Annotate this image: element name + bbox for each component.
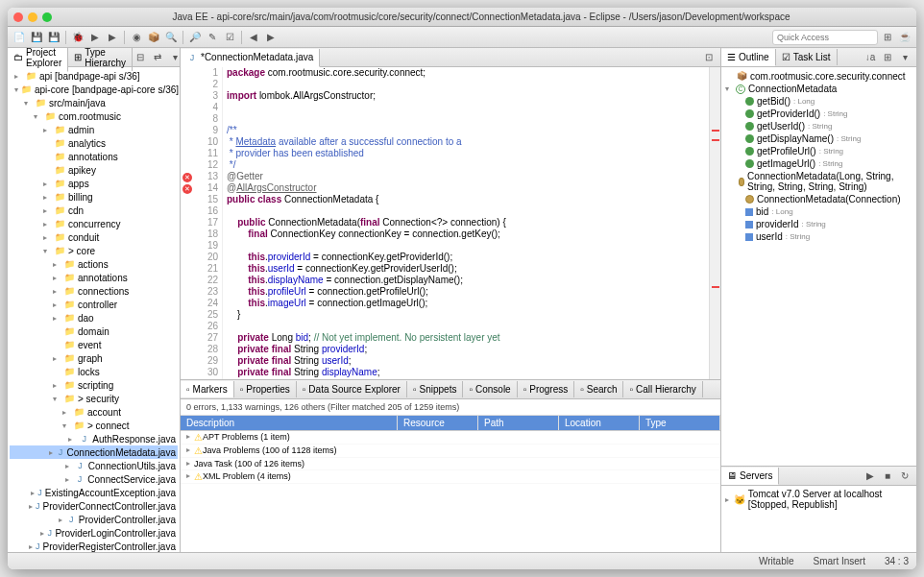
outline-item[interactable]: getBid(): Long xyxy=(723,95,914,108)
tree-item[interactable]: ▸JExistingAccountException.java xyxy=(10,486,178,499)
btab[interactable]: ▫Snippets xyxy=(407,381,463,397)
tree-item[interactable]: 📁locks xyxy=(10,365,178,378)
tree-item[interactable]: ▸📁conduit xyxy=(10,230,178,244)
close-button[interactable] xyxy=(13,12,23,22)
tree-item[interactable]: 📁analytics xyxy=(10,136,178,150)
tree-item[interactable]: ▸📁dao xyxy=(10,311,178,325)
tree-item[interactable]: ▾📁com.rootmusic xyxy=(10,109,178,123)
save-all-icon[interactable]: 💾 xyxy=(46,30,61,45)
tree-item[interactable]: ▾📁> core xyxy=(10,244,178,257)
tree-item[interactable]: ▸JConnectionMetadata.java xyxy=(10,445,178,459)
javaee-perspective-icon[interactable]: ☕ xyxy=(897,30,912,45)
back-icon[interactable]: ◀ xyxy=(246,30,261,45)
tree-item[interactable]: ▸📁annotations xyxy=(10,271,178,284)
task-icon[interactable]: ☑ xyxy=(222,30,237,45)
tree-item[interactable]: ▸📁connections xyxy=(10,284,178,298)
btab[interactable]: ▫Markers xyxy=(181,381,234,397)
tree-item[interactable]: ▸📁actions xyxy=(10,257,178,271)
server-icon: 🖥 xyxy=(727,470,737,481)
btab[interactable]: ▫Data Source Explorer xyxy=(297,381,407,397)
outline-item[interactable]: ConnectionMetadata(Long, String, String,… xyxy=(723,170,914,193)
btab[interactable]: ▫Properties xyxy=(234,381,297,397)
tab-outline[interactable]: ☰Outline xyxy=(721,49,776,66)
problems-header[interactable]: DescriptionResourcePathLocationType xyxy=(181,416,720,431)
tree-item[interactable]: ▸📁scripting xyxy=(10,378,178,392)
forward-icon[interactable]: ▶ xyxy=(263,30,279,45)
tree-item[interactable]: ▸📁graph xyxy=(10,351,178,365)
outline-item[interactable]: ConnectionMetadata(Connection) xyxy=(723,193,914,205)
problem-row[interactable]: ▸ Java Task (100 of 126 items) xyxy=(181,458,720,470)
annotate-icon[interactable]: ✎ xyxy=(205,30,220,45)
tree-item[interactable]: ▾📁> security xyxy=(10,392,178,405)
outline-tree[interactable]: 📦com.rootmusic.core.security.connect ▾CC… xyxy=(721,67,916,466)
menu-icon[interactable]: ▾ xyxy=(897,50,912,65)
server-stop-icon[interactable]: ■ xyxy=(880,469,895,484)
tree-item[interactable]: ▾📁> connect xyxy=(10,419,178,432)
outline-item[interactable]: getDisplayName(): String xyxy=(723,132,914,145)
tab-tasklist[interactable]: ☑Task List xyxy=(776,49,838,65)
tree-item[interactable]: ▸📁api [bandpage-api s/36] xyxy=(10,69,178,83)
tree-item[interactable]: ▸📁account xyxy=(10,405,178,419)
search-icon[interactable]: 🔎 xyxy=(187,30,203,45)
tree-item[interactable]: ▸JProviderConnectController.java xyxy=(10,499,178,513)
outline-item[interactable]: providerId: String xyxy=(723,218,914,230)
btab[interactable]: ▫Call Hierarchy xyxy=(623,381,702,397)
tree-item[interactable]: ▸📁controller xyxy=(10,298,178,311)
tree-item[interactable]: ▸JAuthResponse.java xyxy=(10,432,178,445)
run-icon[interactable]: ▶ xyxy=(87,30,103,45)
overview-ruler[interactable] xyxy=(709,67,720,379)
outline-item[interactable]: userId: String xyxy=(723,230,914,243)
save-icon[interactable]: 💾 xyxy=(29,30,44,45)
outline-item[interactable]: getImageUrl(): String xyxy=(723,157,914,170)
tree-item[interactable]: ▸JConnectionUtils.java xyxy=(10,459,178,472)
tree-item[interactable]: 📁apikey xyxy=(10,163,178,177)
tree-item[interactable]: ▸JProviderRegisterController.java xyxy=(10,540,178,552)
server-start-icon[interactable]: ▶ xyxy=(863,469,878,484)
status-insert: Smart Insert xyxy=(814,556,865,566)
debug-icon[interactable]: 🐞 xyxy=(70,30,85,45)
tree-item[interactable]: ▸📁admin xyxy=(10,123,178,136)
outline-item[interactable]: bid: Long xyxy=(723,205,914,218)
tree-item[interactable]: ▸📁concurrency xyxy=(10,217,178,230)
server-publish-icon[interactable]: ↻ xyxy=(897,469,912,484)
collapse-icon[interactable]: ⊟ xyxy=(133,50,148,65)
tree-item[interactable]: 📁event xyxy=(10,338,178,351)
tree-item[interactable]: 📁annotations xyxy=(10,150,178,163)
problem-row[interactable]: ▸ ⚠ Java Problems (100 of 1128 items) xyxy=(181,445,720,458)
tree-item[interactable]: 📁domain xyxy=(10,325,178,338)
tree-item[interactable]: ▾📁src/main/java xyxy=(10,96,178,109)
filter-icon[interactable]: ⊞ xyxy=(880,50,895,65)
minimize-button[interactable] xyxy=(28,12,37,22)
outline-item[interactable]: getProviderId(): String xyxy=(723,108,914,120)
code-editor[interactable]: ✕✕ ✕ 12348910111213141516171819202122232… xyxy=(181,67,720,379)
tree-item[interactable]: ▸JProviderLoginController.java xyxy=(10,526,178,540)
tree-item[interactable]: ▸JProviderController.java xyxy=(10,513,178,526)
new-class-icon[interactable]: ◉ xyxy=(129,30,144,45)
sort-icon[interactable]: ↓a xyxy=(863,50,878,65)
project-tree[interactable]: ▸📁api [bandpage-api s/36]▾📁api-core [ban… xyxy=(8,67,180,552)
server-item[interactable]: ▸🐱 Tomcat v7.0 Server at localhost [Stop… xyxy=(723,488,914,511)
link-icon[interactable]: ⇄ xyxy=(150,50,165,65)
btab[interactable]: ▫Console xyxy=(463,381,517,397)
editor-tab[interactable]: J *ConnectionMetadata.java xyxy=(181,49,320,67)
tree-item[interactable]: ▸JConnectService.java xyxy=(10,472,178,486)
quick-access-input[interactable] xyxy=(772,30,878,45)
new-icon[interactable]: 📄 xyxy=(12,30,27,45)
btab[interactable]: ▫Search xyxy=(574,381,623,397)
outline-item[interactable]: getUserId(): String xyxy=(723,120,914,132)
problem-row[interactable]: ▸ ⚠ XML Problem (4 items) xyxy=(181,470,720,484)
tab-servers[interactable]: 🖥Servers xyxy=(721,468,779,485)
tree-item[interactable]: ▸📁cdn xyxy=(10,204,178,217)
perspective-icon[interactable]: ⊞ xyxy=(880,30,895,45)
open-type-icon[interactable]: 🔍 xyxy=(163,30,179,45)
maximize-button[interactable] xyxy=(42,12,52,22)
new-pkg-icon[interactable]: 📦 xyxy=(146,30,161,45)
tree-item[interactable]: ▸📁billing xyxy=(10,190,178,204)
maximize-editor-icon[interactable]: ⊡ xyxy=(701,50,717,65)
tree-item[interactable]: ▸📁apps xyxy=(10,177,178,190)
run-ext-icon[interactable]: ▶ xyxy=(105,30,120,45)
outline-item[interactable]: getProfileUrl(): String xyxy=(723,145,914,157)
tree-item[interactable]: ▾📁api-core [bandpage-api-core s/36] xyxy=(10,83,178,96)
btab[interactable]: ▫Progress xyxy=(518,381,575,397)
problem-row[interactable]: ▸ ⚠ APT Problems (1 item) xyxy=(181,431,720,445)
